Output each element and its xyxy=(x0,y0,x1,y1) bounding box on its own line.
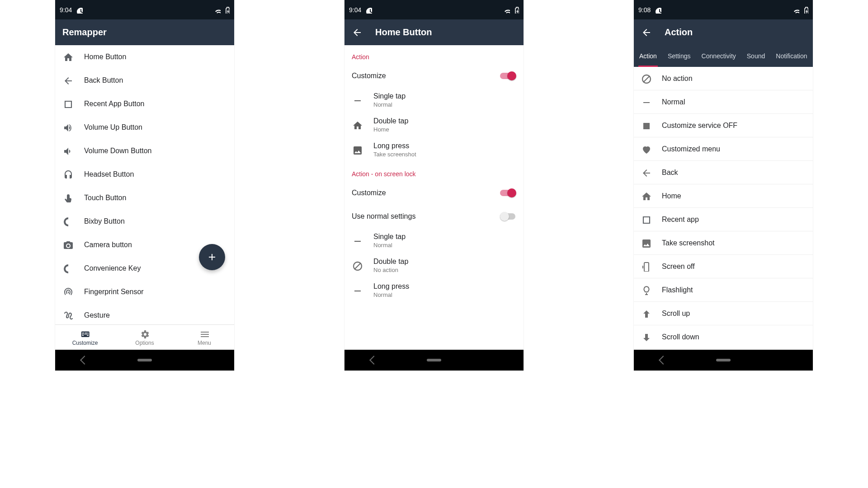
sys-home-pill[interactable] xyxy=(427,359,441,361)
row-customize-toggle[interactable]: Customize xyxy=(344,64,524,88)
clock-icon xyxy=(75,6,83,14)
bixby-icon xyxy=(62,263,73,274)
action-screen-off[interactable]: Screen off xyxy=(634,255,813,278)
list-item-bixby[interactable]: Bixby Button xyxy=(55,210,234,233)
battery-icon xyxy=(512,6,519,14)
battery-icon xyxy=(222,6,230,14)
headset-icon xyxy=(62,169,73,180)
list-item-back[interactable]: Back Button xyxy=(55,69,234,92)
customize-switch[interactable] xyxy=(500,71,516,80)
action-service-off[interactable]: Customize service OFF xyxy=(634,114,813,137)
volume-up-icon xyxy=(62,122,73,133)
action-back[interactable]: Back xyxy=(634,161,813,184)
section-header-lock: Action - on screen lock xyxy=(344,162,524,181)
list-item-label: Recent App Button xyxy=(84,100,227,108)
image-icon xyxy=(641,238,651,248)
settings-content[interactable]: Action Customize Single tapNormal Double… xyxy=(344,45,524,350)
list-item-home[interactable]: Home Button xyxy=(55,45,234,69)
gear-icon xyxy=(140,329,150,339)
tab-label: Settings xyxy=(668,52,691,60)
list-item-volume-down[interactable]: Volume Down Button xyxy=(55,139,234,163)
list-item-label: Fingerprint Sensor xyxy=(84,288,227,296)
system-nav xyxy=(344,350,524,371)
nav-customize[interactable]: Customize xyxy=(55,325,115,350)
tab-action[interactable]: Action xyxy=(634,45,662,67)
arrow-back-icon xyxy=(62,75,73,86)
row-customize-lock-toggle[interactable]: Customize xyxy=(344,181,524,205)
use-normal-switch[interactable] xyxy=(500,212,516,221)
row-title: Double tap xyxy=(373,117,516,125)
section-header-action: Action xyxy=(344,45,524,64)
nav-options[interactable]: Options xyxy=(115,325,175,350)
list-item-label: Headset Button xyxy=(84,170,227,178)
touch-icon xyxy=(62,192,73,203)
row-use-normal-toggle[interactable]: Use normal settings xyxy=(344,205,524,228)
action-label: Scroll down xyxy=(662,333,806,341)
sys-home-pill[interactable] xyxy=(716,359,731,361)
tab-connectivity[interactable]: Connectivity xyxy=(696,45,741,67)
action-label: Take screenshot xyxy=(662,239,806,247)
list-item-fingerprint[interactable]: Fingerprint Sensor xyxy=(55,280,234,304)
fab-add-button[interactable] xyxy=(199,244,225,270)
tab-notification[interactable]: Notification xyxy=(770,45,812,67)
list-item-volume-up[interactable]: Volume Up Button xyxy=(55,116,234,139)
action-normal[interactable]: Normal xyxy=(634,90,813,114)
button-list[interactable]: Home Button Back Button Recent App Butto… xyxy=(55,45,234,324)
tab-label: Sound xyxy=(747,52,765,60)
action-custom-menu[interactable]: Customized menu xyxy=(634,137,813,161)
row-title: Long press xyxy=(373,282,516,291)
back-arrow-icon[interactable] xyxy=(352,27,363,38)
row-single-tap[interactable]: Single tapNormal xyxy=(344,88,524,113)
sys-home-pill[interactable] xyxy=(137,359,152,361)
action-flashlight[interactable]: Flashlight xyxy=(634,278,813,302)
sys-back-button[interactable] xyxy=(369,356,378,365)
back-arrow-icon[interactable] xyxy=(641,27,652,38)
flashlight-icon xyxy=(641,285,651,295)
list-item-recent[interactable]: Recent App Button xyxy=(55,92,234,116)
action-home[interactable]: Home xyxy=(634,184,813,208)
row-lock-single-tap[interactable]: Single tapNormal xyxy=(344,228,524,253)
nav-menu[interactable]: Menu xyxy=(175,325,234,350)
list-item-gesture[interactable]: Gesture xyxy=(55,304,234,324)
plus-icon xyxy=(207,252,217,263)
menu-icon xyxy=(199,329,209,339)
status-time: 9:04 xyxy=(60,6,72,14)
tab-sound[interactable]: Sound xyxy=(741,45,770,67)
volume-down-icon xyxy=(62,145,73,156)
row-title: Single tap xyxy=(373,233,516,241)
tab-label: Action xyxy=(639,52,657,60)
list-item-label: Volume Up Button xyxy=(84,123,227,131)
list-item-label: Back Button xyxy=(84,76,227,84)
customize-lock-switch[interactable] xyxy=(500,188,516,197)
row-lock-long-press[interactable]: Long pressNormal xyxy=(344,278,524,303)
list-item-headset[interactable]: Headset Button xyxy=(55,163,234,186)
status-time: 9:08 xyxy=(638,6,651,14)
bottom-nav: Customize Options Menu xyxy=(55,324,234,350)
tab-settings[interactable]: Settings xyxy=(662,45,696,67)
list-item-label: Touch Button xyxy=(84,194,227,202)
row-label: Customize xyxy=(352,72,489,80)
appbar: Action xyxy=(634,19,813,45)
sys-back-button[interactable] xyxy=(659,356,668,365)
action-screenshot[interactable]: Take screenshot xyxy=(634,231,813,255)
action-scroll-up[interactable]: Scroll up xyxy=(634,302,813,325)
noaction-icon xyxy=(352,260,363,271)
action-no-action[interactable]: No action xyxy=(634,67,813,90)
action-list[interactable]: No action Normal Customize service OFF C… xyxy=(634,67,813,350)
row-long-press[interactable]: Long pressTake screenshot xyxy=(344,137,524,162)
home-icon xyxy=(352,120,363,131)
sys-back-button[interactable] xyxy=(80,356,89,365)
row-lock-double-tap[interactable]: Double tapNo action xyxy=(344,253,524,278)
action-label: Scroll up xyxy=(662,310,806,318)
clock-icon xyxy=(365,6,372,14)
row-double-tap[interactable]: Double tapHome xyxy=(344,113,524,137)
appbar: Home Button xyxy=(344,19,524,45)
status-time: 9:04 xyxy=(349,6,361,14)
list-item-touch[interactable]: Touch Button xyxy=(55,186,234,210)
heart-icon xyxy=(641,144,651,154)
row-subtitle: Normal xyxy=(373,291,516,298)
action-recent[interactable]: Recent app xyxy=(634,208,813,231)
row-subtitle: Home xyxy=(373,126,516,133)
action-scroll-down[interactable]: Scroll down xyxy=(634,325,813,349)
statusbar: 9:08 xyxy=(634,0,813,19)
